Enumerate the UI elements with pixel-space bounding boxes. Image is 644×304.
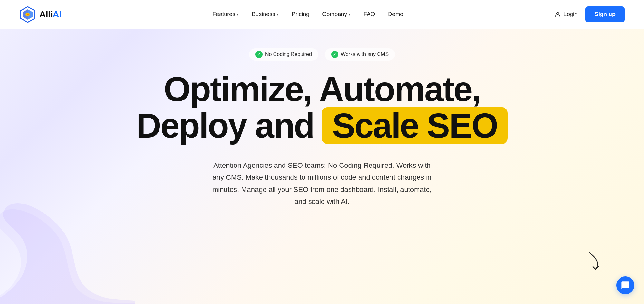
hero-line-2: Deploy and Scale SEO bbox=[136, 107, 508, 144]
chat-support-button[interactable] bbox=[616, 276, 634, 294]
nav-links: Features ▾ Business ▾ Pricing Company ▾ … bbox=[212, 11, 403, 18]
hero-subtext: Attention Agencies and SEO teams: No Cod… bbox=[209, 159, 435, 208]
scale-seo-highlight: Scale SEO bbox=[322, 107, 508, 144]
nav-item-business[interactable]: Business ▾ bbox=[252, 11, 279, 18]
badges-row: ✓ No Coding Required ✓ Works with any CM… bbox=[249, 48, 395, 61]
nav-item-demo[interactable]: Demo bbox=[388, 11, 403, 18]
chevron-down-icon: ▾ bbox=[237, 12, 239, 17]
nav-item-features[interactable]: Features ▾ bbox=[212, 11, 239, 18]
login-button[interactable]: Login bbox=[554, 11, 578, 18]
hero-section: ✓ No Coding Required ✓ Works with any CM… bbox=[0, 29, 644, 304]
badge-no-coding: ✓ No Coding Required bbox=[249, 48, 318, 61]
hero-line-1: Optimize, Automate, bbox=[136, 71, 508, 107]
svg-point-1 bbox=[27, 14, 29, 15]
signup-button[interactable]: Sign up bbox=[585, 6, 625, 22]
nav-item-pricing[interactable]: Pricing bbox=[292, 11, 309, 18]
logo-text: AlliAI bbox=[39, 9, 62, 20]
navbar: AlliAI Features ▾ Business ▾ Pricing Com… bbox=[0, 0, 644, 29]
nav-item-company[interactable]: Company ▾ bbox=[322, 11, 351, 18]
badge-any-cms: ✓ Works with any CMS bbox=[325, 48, 395, 61]
nav-right: Login Sign up bbox=[554, 6, 625, 22]
chevron-down-icon: ▾ bbox=[277, 12, 279, 17]
hero-headline: Optimize, Automate, Deploy and Scale SEO bbox=[136, 71, 508, 144]
check-icon: ✓ bbox=[331, 51, 338, 58]
svg-point-2 bbox=[557, 12, 559, 14]
hero-wave-decoration bbox=[0, 201, 135, 304]
chat-icon bbox=[621, 281, 630, 290]
logo[interactable]: AlliAI bbox=[19, 6, 62, 23]
nav-item-faq[interactable]: FAQ bbox=[363, 11, 375, 18]
check-icon: ✓ bbox=[255, 51, 263, 58]
user-icon bbox=[554, 11, 561, 18]
logo-icon bbox=[19, 6, 36, 23]
chevron-down-icon: ▾ bbox=[349, 12, 351, 17]
arrow-down-icon bbox=[586, 251, 605, 272]
